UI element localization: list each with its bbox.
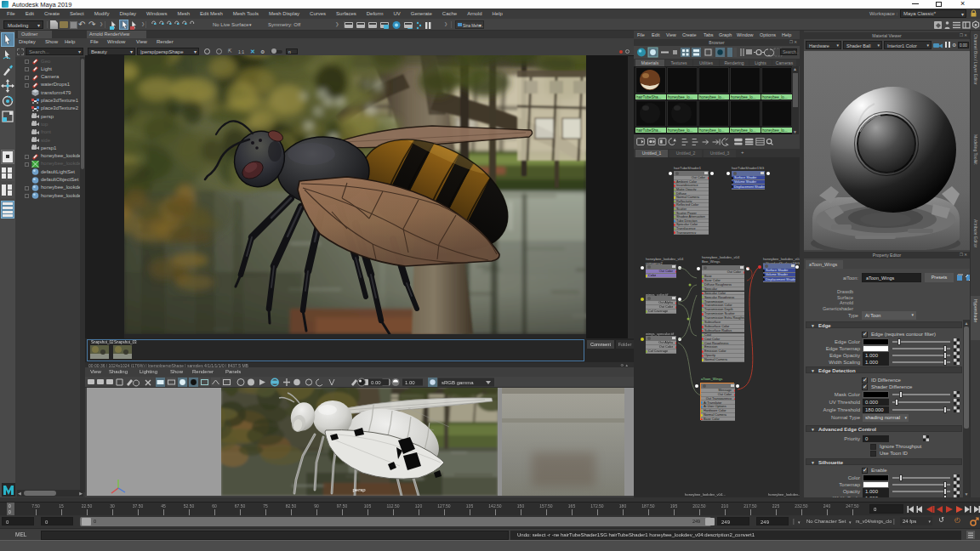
svg-text:persp: persp — [353, 487, 367, 492]
svg-text:sRGB gamma: sRGB gamma — [442, 380, 474, 385]
svg-text:0.00: 0.00 — [371, 380, 381, 385]
svg-text:1.00: 1.00 — [405, 380, 415, 385]
